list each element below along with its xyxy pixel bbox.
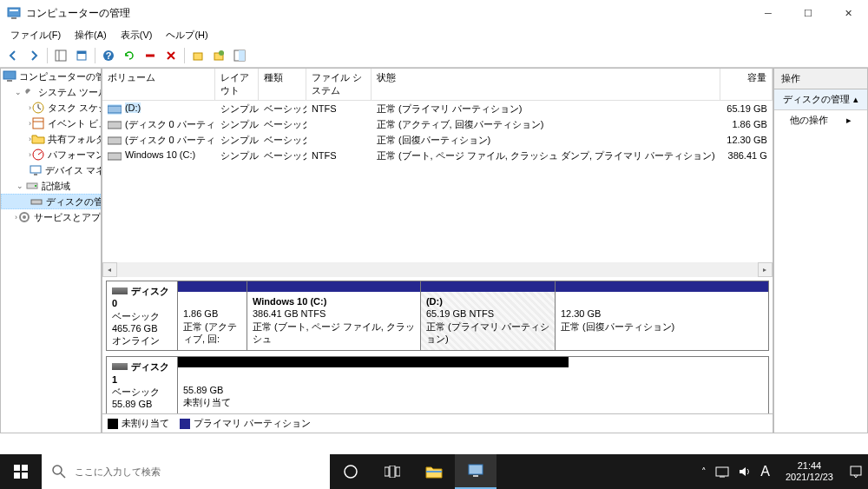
taskview-icon — [385, 466, 400, 478]
tree-services[interactable]: ›サービスとアプリケーション — [1, 209, 101, 225]
tray-chevron-icon[interactable]: ˄ — [701, 466, 707, 478]
tree-shared[interactable]: ›共有フォルダー — [1, 131, 101, 147]
explorer-button[interactable] — [413, 454, 455, 489]
svg-line-21 — [38, 152, 42, 155]
menu-action[interactable]: 操作(A) — [68, 27, 114, 43]
start-button[interactable] — [0, 454, 42, 489]
disk-row[interactable]: ディスク 1 ベーシック55.89 GBオンライン 55.89 GB未割り当て — [106, 356, 769, 413]
volume-row[interactable]: (ディスク 0 パーティション 1) シンプルベーシック正常 (アクティブ, 回… — [102, 116, 773, 132]
svg-rect-23 — [34, 174, 37, 175]
tree-systools[interactable]: ⌄システム ツール — [1, 84, 101, 100]
tree-task[interactable]: ›タスク スケジューラ — [1, 100, 101, 116]
maximize-button[interactable]: ☐ — [788, 0, 828, 26]
col-fs[interactable]: ファイル システム — [306, 69, 372, 100]
back-button[interactable] — [3, 46, 23, 65]
partition[interactable]: 1.86 GB正常 (アクティブ, 回: — [178, 281, 247, 350]
menu-file[interactable]: ファイル(F) — [3, 27, 68, 43]
tree-storage[interactable]: ⌄記憶域 — [1, 178, 101, 194]
disk-info[interactable]: ディスク 0 ベーシック465.76 GBオンライン — [107, 281, 178, 350]
partition[interactable]: Windows 10 (C:)386.41 GB NTFS正常 (ブート, ペー… — [247, 281, 421, 350]
show-hide-tree-button[interactable] — [51, 46, 70, 65]
svg-rect-40 — [385, 467, 389, 476]
col-volume[interactable]: ボリューム — [102, 69, 215, 100]
system-tray[interactable]: ˄ A 21:442021/12/23 — [701, 454, 868, 489]
remove-button[interactable] — [141, 46, 160, 65]
action2-button[interactable] — [209, 46, 228, 65]
device-icon — [29, 163, 43, 177]
tree-devmgr[interactable]: デバイス マネージャー — [1, 162, 101, 178]
taskbar[interactable]: ここに入力して検索 ˄ A 21:442021/12/23 — [0, 454, 868, 489]
minimize-button[interactable]: ─ — [748, 0, 788, 26]
notifications-icon[interactable] — [849, 465, 863, 479]
col-capacity[interactable]: 容量 — [720, 69, 773, 100]
svg-rect-3 — [56, 50, 66, 61]
svg-point-28 — [23, 215, 26, 219]
partition-unallocated[interactable]: 55.89 GB未割り当て — [178, 357, 569, 413]
svg-rect-18 — [33, 118, 43, 129]
volume-row[interactable]: (ディスク 0 パーティション 4) シンプルベーシック正常 (回復パーティショ… — [102, 132, 773, 148]
actions-other[interactable]: 他の操作▸ — [774, 110, 867, 130]
refresh-button[interactable] — [120, 46, 139, 65]
volume-icon[interactable] — [738, 465, 752, 479]
search-box[interactable]: ここに入力して検索 — [42, 454, 330, 489]
legend-swatch-primary — [180, 419, 190, 429]
computer-icon — [468, 464, 483, 478]
svg-point-39 — [345, 466, 357, 478]
tree-root[interactable]: コンピューターの管理 (ローカル) — [1, 69, 101, 84]
actions-header: 操作 — [774, 69, 867, 89]
disk-info[interactable]: ディスク 1 ベーシック55.89 GBオンライン — [107, 357, 178, 413]
scroll-right-button[interactable]: ▸ — [758, 262, 773, 277]
network-icon[interactable] — [715, 465, 729, 479]
svg-rect-35 — [14, 472, 20, 479]
svg-rect-29 — [108, 106, 122, 113]
action1-button[interactable] — [188, 46, 207, 65]
menu-help[interactable]: ヘルプ(H) — [159, 27, 214, 43]
forward-button[interactable] — [24, 46, 43, 65]
legend-swatch-unallocated — [108, 419, 118, 429]
volume-row[interactable]: (D:) シンプルベーシックNTFS正常 (プライマリ パーティション)65.1… — [102, 101, 773, 116]
col-status[interactable]: 状態 — [372, 69, 720, 100]
menu-view[interactable]: 表示(V) — [114, 27, 160, 43]
volume-list[interactable]: (D:) シンプルベーシックNTFS正常 (プライマリ パーティション)65.1… — [102, 101, 773, 262]
ime-indicator[interactable]: A — [760, 464, 770, 479]
partition[interactable]: 12.30 GB正常 (回復パーティション) — [556, 281, 768, 350]
svg-text:?: ? — [106, 50, 112, 61]
close-button[interactable]: ✕ — [828, 0, 868, 26]
collapse-icon: ▴ — [853, 94, 858, 105]
help-button[interactable]: ? — [99, 46, 118, 65]
cortana-button[interactable] — [330, 454, 372, 489]
tree-diskmgmt[interactable]: ディスクの管理 — [1, 194, 101, 209]
center-pane: ボリューム レイアウト 種類 ファイル システム 状態 容量 (D:) シンプル… — [102, 68, 773, 433]
taskview-button[interactable] — [372, 454, 413, 489]
partition-selected[interactable]: (D:)65.19 GB NTFS正常 (プライマリ パーティション) — [421, 281, 556, 350]
svg-rect-30 — [108, 122, 122, 129]
menubar: ファイル(F) 操作(A) 表示(V) ヘルプ(H) — [0, 26, 868, 43]
disk-icon — [30, 195, 43, 208]
compmgmt-taskbar-button[interactable] — [455, 454, 496, 489]
volume-row[interactable]: Windows 10 (C:) シンプルベーシックNTFS正常 (ブート, ペー… — [102, 148, 773, 163]
properties-button[interactable] — [72, 46, 91, 65]
action3-button[interactable] — [230, 46, 249, 65]
clock[interactable]: 21:442021/12/23 — [779, 460, 840, 483]
col-type[interactable]: 種類 — [259, 69, 306, 100]
clock-icon — [31, 101, 45, 115]
scroll-left-button[interactable]: ◂ — [102, 262, 117, 277]
col-layout[interactable]: レイアウト — [215, 69, 259, 100]
svg-point-12 — [219, 50, 224, 56]
svg-rect-2 — [11, 17, 16, 19]
delete-button[interactable] — [161, 46, 181, 65]
disk-row[interactable]: ディスク 0 ベーシック465.76 GBオンライン 1.86 GB正常 (アク… — [106, 281, 769, 351]
volume-list-header[interactable]: ボリューム レイアウト 種類 ファイル システム 状態 容量 — [102, 69, 773, 101]
svg-rect-31 — [108, 137, 122, 144]
svg-rect-33 — [14, 465, 20, 471]
svg-rect-45 — [473, 475, 478, 477]
tree-event[interactable]: ›イベント ビューアー — [1, 116, 101, 131]
horizontal-scrollbar[interactable]: ◂ ▸ — [102, 262, 773, 277]
tree-perf[interactable]: ›パフォーマンス — [1, 147, 101, 162]
actions-group[interactable]: ディスクの管理▴ — [774, 89, 867, 110]
svg-rect-1 — [10, 10, 18, 11]
navigation-tree[interactable]: コンピューターの管理 (ローカル) ⌄システム ツール ›タスク スケジューラ … — [0, 68, 102, 433]
scroll-track[interactable] — [117, 262, 758, 277]
drive-icon — [112, 363, 128, 370]
windows-icon — [14, 465, 28, 479]
